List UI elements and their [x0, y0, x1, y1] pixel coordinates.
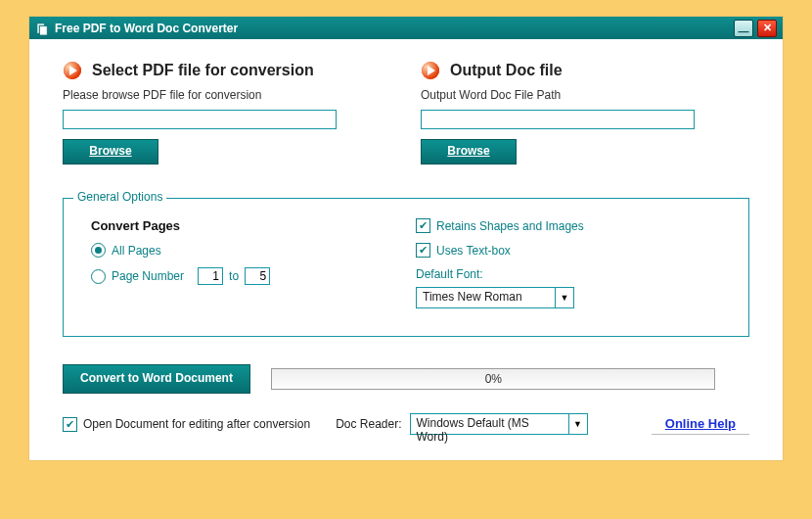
default-font-label: Default Font:: [416, 267, 721, 281]
close-button[interactable]: ✕: [757, 20, 777, 37]
doc-reader-value: Windows Default (MS Word): [411, 414, 568, 434]
doc-path-input[interactable]: [421, 110, 695, 129]
general-options-group: General Options Convert Pages All Pages …: [63, 198, 749, 337]
output-subtext: Output Word Doc File Path: [421, 88, 749, 102]
doc-reader-select[interactable]: Windows Default (MS Word) ▼: [410, 413, 588, 435]
pdf-path-input[interactable]: [63, 110, 337, 129]
title-bar: Free PDF to Word Doc Converter — ✕: [29, 17, 783, 39]
page-to-input[interactable]: [245, 267, 270, 285]
input-pdf-section: Select PDF file for conversion Please br…: [63, 61, 391, 165]
retains-shapes-label: Retains Shapes and Images: [436, 219, 584, 233]
input-heading: Select PDF file for conversion: [92, 62, 314, 79]
page-number-label: Page Number: [112, 269, 184, 283]
convert-button[interactable]: Convert to Word Document: [63, 364, 250, 394]
pages-column: Convert Pages All Pages Page Number to: [81, 212, 406, 314]
open-after-checkbox[interactable]: [63, 417, 77, 432]
progress-bar: 0%: [271, 368, 715, 390]
default-font-select[interactable]: Times New Roman ▼: [416, 287, 574, 308]
arrow-icon: [63, 61, 82, 80]
all-pages-label: All Pages: [112, 244, 161, 258]
svg-rect-1: [39, 25, 47, 35]
to-label: to: [229, 269, 239, 283]
uses-textbox-label: Uses Text-box: [436, 244, 511, 258]
options-legend: General Options: [73, 190, 166, 204]
minimize-button[interactable]: —: [734, 20, 753, 37]
page-number-radio[interactable]: [91, 269, 106, 284]
uses-textbox-checkbox[interactable]: [416, 243, 430, 258]
all-pages-radio[interactable]: [91, 243, 106, 258]
page-from-input[interactable]: [198, 267, 223, 285]
default-font-value: Times New Roman: [417, 288, 555, 307]
retains-shapes-checkbox[interactable]: [416, 218, 430, 233]
browse-pdf-button[interactable]: Browse: [63, 139, 158, 165]
content-area: Select PDF file for conversion Please br…: [29, 39, 783, 460]
doc-reader-label: Doc Reader:: [336, 417, 401, 431]
app-window: Free PDF to Word Doc Converter — ✕ Selec…: [29, 17, 783, 460]
output-heading: Output Doc file: [450, 62, 563, 79]
right-options-column: Retains Shapes and Images Uses Text-box …: [406, 212, 731, 314]
browse-doc-button[interactable]: Browse: [421, 139, 517, 165]
chevron-down-icon[interactable]: ▼: [555, 288, 573, 307]
output-doc-section: Output Doc file Output Word Doc File Pat…: [421, 61, 749, 165]
open-after-label: Open Document for editing after conversi…: [83, 417, 310, 431]
window-title: Free PDF to Word Doc Converter: [55, 22, 238, 35]
online-help-link[interactable]: Online Help: [652, 414, 749, 435]
chevron-down-icon[interactable]: ▼: [568, 414, 587, 434]
arrow-icon: [421, 61, 440, 80]
app-icon: [35, 22, 49, 35]
convert-pages-title: Convert Pages: [91, 218, 396, 233]
input-subtext: Please browse PDF file for conversion: [63, 88, 391, 102]
